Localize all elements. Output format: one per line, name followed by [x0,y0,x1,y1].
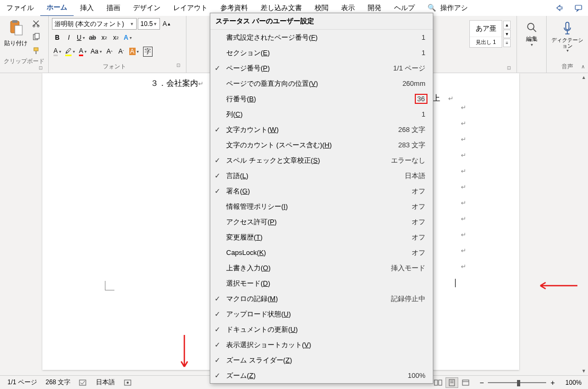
context-menu-title: ステータス バーのユーザー設定 [210,13,433,30]
styles-launcher[interactable]: ⊡ [507,65,513,70]
context-menu-item[interactable]: 情報管理ポリシー(I)オフ [210,199,433,214]
context-menu-item[interactable]: 選択モード(D) [210,276,433,291]
context-menu-item[interactable]: 行番号(B)36 [210,91,433,107]
font-group-label: フォント [103,63,126,69]
style-more-button[interactable]: ≡ [503,39,511,47]
menu-home[interactable]: ホーム [40,0,74,16]
font-grow-button[interactable]: A▲ [161,18,173,30]
dictation-button[interactable]: ディクテーション ▼ [550,21,585,52]
enclose-button[interactable]: 字 [141,46,154,57]
font-shrink2-button[interactable]: Aˇ [116,46,127,57]
context-menu-item[interactable]: CapsLock(K)オフ [210,245,433,260]
context-menu-item[interactable]: アクセス許可(P)オフ [210,214,433,229]
view-print-button[interactable] [446,377,458,388]
zoom-slider[interactable]: − + [477,378,557,387]
context-item-value: 283 文字 [398,140,427,150]
comments-button[interactable] [569,1,588,15]
paste-icon [7,19,24,38]
strikethrough-button[interactable]: ab [87,32,98,43]
font-color-button[interactable]: A▼ [77,46,88,57]
scroll-up-button[interactable]: ▲ [580,73,588,82]
style-item[interactable]: あア亜 見出し 1 [469,20,502,48]
context-item-value: エラーなし [391,156,427,165]
scroll-down-button[interactable]: ▼ [580,367,588,375]
font-launcher[interactable]: ⊡ [176,63,183,68]
copy-button[interactable] [31,32,41,42]
context-menu-item[interactable]: 変更履歴(T)オフ [210,229,433,245]
status-wordcount[interactable]: 268 文字 [41,378,75,387]
underline-button[interactable]: U▼ [75,32,86,43]
menu-draw[interactable]: 描画 [100,0,127,16]
context-menu-item[interactable]: ページでの垂直方向の位置(V)260mm [210,76,433,91]
zoom-track[interactable] [488,382,546,383]
superscript-button[interactable]: x2 [111,32,121,43]
subscript-button[interactable]: x2 [99,32,110,43]
context-item-value: オフ [412,217,427,227]
share-button[interactable] [550,1,569,15]
editing-button[interactable]: 編集 ▼ [525,21,538,47]
context-menu-item[interactable]: 列(C)1 [210,107,433,122]
bold-button[interactable]: B [52,32,63,43]
zoom-value[interactable]: 100% [562,379,585,386]
font-shrink-button[interactable]: A^ [104,46,115,57]
context-menu-item[interactable]: 書式設定されたページ番号(F)1 [210,30,433,45]
menu-layout[interactable]: レイアウト [167,0,214,16]
view-read-button[interactable] [432,377,444,388]
context-item-label: 選択モード(D) [226,279,425,288]
format-painter-button[interactable] [31,46,41,56]
zoom-thumb[interactable] [517,380,520,386]
context-menu-item[interactable]: ✓署名(G)オフ [210,183,433,199]
status-language[interactable]: 日本語 [92,378,119,387]
style-up-button[interactable]: ▲ [503,21,511,29]
context-menu-item[interactable]: ✓文字カウント(W)268 文字 [210,122,433,137]
view-web-button[interactable] [459,377,472,388]
svg-rect-16 [439,380,442,385]
context-item-value: オフ [412,233,427,242]
context-menu-item[interactable]: ✓表示選択ショートカット(V) [210,337,433,352]
style-down-button[interactable]: ▼ [503,30,511,38]
context-menu-item[interactable]: ✓マクロの記録(M)記録停止中 [210,291,433,306]
context-menu-item[interactable]: 文字のカウント (スペース含む)(H)283 文字 [210,137,433,153]
clipboard-launcher[interactable]: ⊡ [39,65,45,70]
font-name-select[interactable]: 游明朝 (本文のフォント) ▼ [52,18,137,30]
menu-insert[interactable]: 挿入 [74,0,100,16]
context-item-label: 署名(G) [226,187,412,196]
context-menu-item[interactable]: セクション(E)1 [210,45,433,60]
context-menu-item[interactable]: ✓スペル チェックと文章校正(S)エラーなし [210,153,433,168]
context-item-label: 列(C) [226,110,422,119]
context-menu-item[interactable]: ✓ズーム(Z)100% [210,368,433,383]
ruby-button[interactable]: A▼ [128,46,140,57]
context-menu-item[interactable]: ✓言語(L)日本語 [210,168,433,183]
context-menu-item[interactable]: ✓ドキュメントの更新(U) [210,322,433,337]
font-color-a-button[interactable]: A▼ [52,46,63,57]
check-icon: ✓ [215,156,220,164]
zoom-in-button[interactable]: + [548,378,557,387]
status-spellcheck[interactable] [75,379,92,386]
menu-design[interactable]: デザイン [127,0,167,16]
check-icon: ✓ [215,64,220,72]
menu-file[interactable]: ファイル [0,0,40,16]
check-icon: ✓ [215,372,220,379]
zoom-out-button[interactable]: − [477,378,486,387]
text-effects-button[interactable]: A▼ [122,32,133,43]
context-item-label: 書式設定されたページ番号(F) [226,33,422,42]
italic-button[interactable]: I [64,32,74,43]
context-menu-item[interactable]: ✓ページ番号(P)1/1 ページ [210,60,433,76]
svg-rect-0 [575,5,582,10]
context-menu-item[interactable]: 上書き入力(O)挿入モード [210,260,433,276]
change-case-button[interactable]: Aa▼ [89,46,103,57]
cut-button[interactable] [31,18,41,29]
font-size-select[interactable]: 10.5 ▼ [138,18,160,30]
context-menu-item[interactable]: ✓ズーム スライダー(Z) [210,352,433,368]
ribbon-collapse-button[interactable]: ∧ [581,64,585,69]
paste-button[interactable]: 貼り付け [3,18,29,48]
context-item-value: 1 [422,33,427,41]
svg-rect-7 [35,33,39,39]
context-item-label: CapsLock(K) [226,249,412,257]
vertical-scrollbar[interactable]: ▲ ▼ [580,73,588,375]
status-page[interactable]: 1/1 ページ [3,378,41,387]
context-menu-item[interactable]: ✓アップロード状態(U) [210,306,433,322]
highlight-button[interactable]: 🖊▼ [64,46,76,57]
context-item-label: 言語(L) [226,171,405,181]
status-macro[interactable] [119,379,136,386]
